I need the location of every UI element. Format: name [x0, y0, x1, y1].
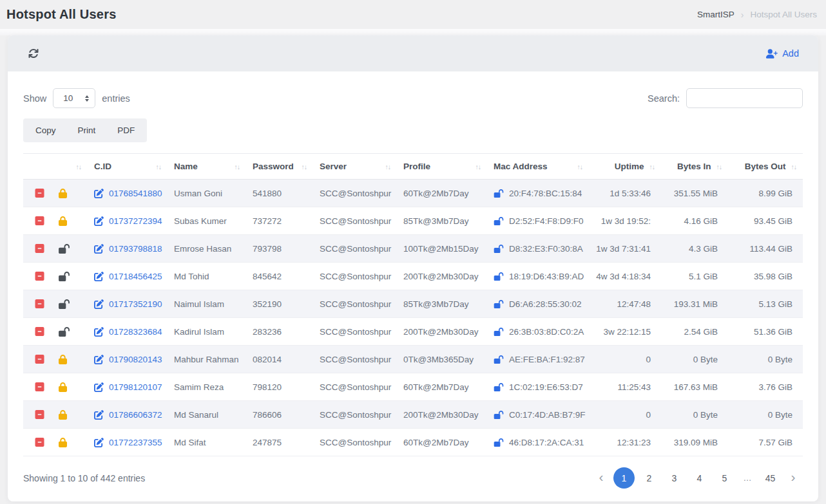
- mac-bind-lock-icon[interactable]: [494, 438, 504, 447]
- mac-bind-lock-icon[interactable]: [494, 189, 504, 198]
- sort-arrows-icon: ↑↓: [235, 163, 240, 171]
- cid-link[interactable]: 01793798818: [109, 244, 162, 254]
- pagination-prev-button[interactable]: ‹: [593, 467, 610, 489]
- lock-icon[interactable]: [59, 216, 67, 226]
- breadcrumb-link-smartisp[interactable]: SmartISP: [697, 10, 735, 19]
- column-header-cid[interactable]: C.ID↑↓: [88, 154, 168, 180]
- pagination-page-5-button[interactable]: 5: [714, 467, 735, 489]
- profile-cell: 60Tk@2Mb7Day: [397, 180, 487, 207]
- edit-user-icon[interactable]: [94, 382, 104, 392]
- disable-user-icon[interactable]: [35, 326, 44, 337]
- cid-link[interactable]: 01798120107: [109, 382, 162, 392]
- mac-bind-lock-icon[interactable]: [494, 245, 504, 253]
- bytes-in-cell: 4.16 GiB: [661, 207, 728, 235]
- lock-icon[interactable]: [59, 355, 67, 364]
- actions-cell: [23, 290, 88, 318]
- refresh-button[interactable]: [26, 46, 41, 61]
- export-pdf-button[interactable]: PDF: [106, 119, 146, 142]
- cid-link[interactable]: 01718456425: [109, 272, 162, 281]
- disable-user-icon[interactable]: [35, 382, 44, 392]
- pagination-page-45-button[interactable]: 45: [760, 467, 781, 489]
- name-cell: Subas Kumer: [168, 207, 246, 235]
- pagination-page-3-button[interactable]: 3: [664, 467, 685, 489]
- mac-value: D8:32:E3:F0:30:8A: [509, 244, 583, 254]
- edit-user-icon[interactable]: [94, 299, 104, 309]
- pagination-page-4-button[interactable]: 4: [689, 467, 710, 489]
- password-cell: 082014: [246, 346, 313, 373]
- edit-user-icon[interactable]: [94, 327, 104, 337]
- disable-user-icon[interactable]: [35, 188, 44, 198]
- unlock-icon[interactable]: [59, 327, 70, 337]
- edit-user-icon[interactable]: [94, 216, 104, 226]
- disable-user-icon[interactable]: [35, 354, 44, 364]
- cid-link[interactable]: 01728323684: [109, 327, 162, 337]
- disable-user-icon[interactable]: [35, 437, 44, 447]
- pagination-page-1-button[interactable]: 1: [613, 467, 635, 489]
- profile-cell: 200Tk@2Mb30Day: [397, 401, 487, 429]
- search-label: Search:: [648, 93, 680, 104]
- disable-user-icon[interactable]: [35, 216, 44, 226]
- uptime-cell: 0: [589, 401, 661, 429]
- bytes-out-cell: 8.99 GiB: [728, 180, 803, 207]
- edit-user-icon[interactable]: [94, 272, 104, 281]
- disable-user-icon[interactable]: [35, 243, 44, 254]
- edit-user-icon[interactable]: [94, 244, 104, 254]
- table-row: 01728323684Kadirul Islam283236SCC@Sontos…: [23, 318, 803, 346]
- cid-link[interactable]: 01737272394: [109, 216, 162, 226]
- pagination-page-2-button[interactable]: 2: [639, 467, 660, 489]
- column-header-bytes_out[interactable]: Bytes Out↑↓: [728, 154, 803, 180]
- page-size-select[interactable]: 10: [53, 88, 95, 108]
- disable-user-icon[interactable]: [35, 271, 44, 281]
- column-header-mac[interactable]: Mac Address↑↓: [487, 154, 589, 180]
- table-info: Showing 1 to 10 of 442 entries: [23, 473, 145, 483]
- edit-user-icon[interactable]: [94, 438, 104, 447]
- column-label: Password: [253, 162, 294, 171]
- column-header-password[interactable]: Password↑↓: [246, 154, 313, 180]
- mac-bind-lock-icon[interactable]: [494, 411, 504, 419]
- users-table: ↑↓C.ID↑↓Name↑↓Password↑↓Server↑↓Profile↑…: [23, 153, 803, 456]
- mac-bind-lock-icon[interactable]: [494, 300, 504, 308]
- table-header-row: ↑↓C.ID↑↓Name↑↓Password↑↓Server↑↓Profile↑…: [23, 154, 803, 180]
- mac-bind-lock-icon[interactable]: [494, 217, 504, 225]
- unlock-icon[interactable]: [59, 299, 70, 309]
- cid-link[interactable]: 01768541880: [109, 189, 162, 198]
- lock-icon[interactable]: [59, 438, 67, 447]
- edit-user-icon[interactable]: [94, 410, 104, 420]
- cid-link[interactable]: 01717352190: [109, 299, 162, 309]
- column-header-bytes_in[interactable]: Bytes In↑↓: [661, 154, 728, 180]
- cid-link[interactable]: 01772237355: [109, 438, 162, 447]
- column-header-server[interactable]: Server↑↓: [313, 154, 397, 180]
- bytes-in-cell: 4.3 GiB: [661, 235, 728, 263]
- disable-user-icon[interactable]: [35, 299, 44, 309]
- uptime-cell: 12:31:23: [589, 429, 661, 456]
- lock-icon[interactable]: [59, 410, 67, 420]
- edit-user-icon[interactable]: [94, 355, 104, 364]
- export-print-button[interactable]: Print: [67, 119, 107, 142]
- mac-bind-lock-icon[interactable]: [494, 383, 504, 391]
- export-copy-button[interactable]: Copy: [24, 119, 67, 142]
- lock-icon[interactable]: [59, 189, 67, 198]
- actions-cell: [23, 373, 88, 401]
- search-input[interactable]: [686, 88, 803, 108]
- mac-bind-lock-icon[interactable]: [494, 272, 504, 281]
- unlock-icon[interactable]: [59, 244, 70, 254]
- cid-link[interactable]: 01786606372: [109, 410, 162, 420]
- column-header-name[interactable]: Name↑↓: [168, 154, 246, 180]
- sort-arrows-icon: ↑↓: [76, 163, 82, 171]
- mac-bind-lock-icon[interactable]: [494, 328, 504, 336]
- table-footer: Showing 1 to 10 of 442 entries ‹12345…45…: [23, 456, 803, 498]
- pagination-next-button[interactable]: ›: [785, 467, 802, 489]
- export-button-group: CopyPrintPDF: [23, 118, 147, 142]
- edit-user-icon[interactable]: [94, 189, 104, 198]
- profile-cell: 100Tk@2Mb15Day: [397, 235, 487, 263]
- column-header-profile[interactable]: Profile↑↓: [397, 154, 487, 180]
- disable-user-icon[interactable]: [35, 409, 44, 420]
- unlock-icon[interactable]: [59, 272, 70, 281]
- entries-label: entries: [102, 93, 130, 104]
- lock-icon[interactable]: [59, 382, 67, 392]
- add-user-button[interactable]: Add: [762, 48, 803, 59]
- cid-link[interactable]: 01790820143: [109, 355, 162, 364]
- mac-bind-lock-icon[interactable]: [494, 355, 504, 364]
- column-header-actions[interactable]: ↑↓: [23, 154, 88, 180]
- column-header-uptime[interactable]: Uptime↑↓: [589, 154, 661, 180]
